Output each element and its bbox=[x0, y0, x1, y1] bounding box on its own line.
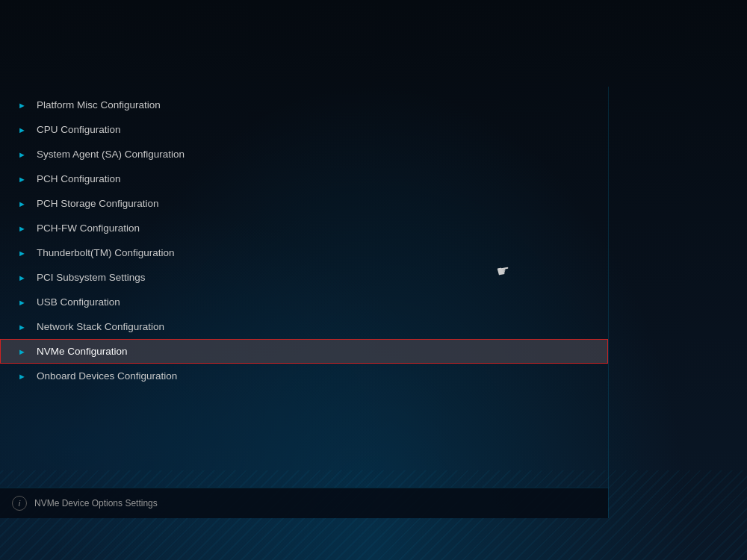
menu-label-6: Thunderbolt(TM) Configuration bbox=[37, 247, 175, 258]
menu-label-7: PCI Subsystem Settings bbox=[37, 272, 146, 283]
menu-item-network-stack[interactable]: ► Network Stack Configuration bbox=[0, 314, 608, 339]
menu-label-4: PCH Storage Configuration bbox=[37, 198, 159, 209]
menu-item-system-agent[interactable]: ► System Agent (SA) Configuration bbox=[0, 142, 608, 167]
menu-arrow-5: ► bbox=[18, 224, 26, 233]
menu-item-pch-config[interactable]: ► PCH Configuration bbox=[0, 167, 608, 191]
main-panel: ☛ ► Platform Misc Configuration ► CPU Co… bbox=[0, 87, 609, 518]
menu-scroll-area[interactable]: ► Platform Misc Configuration ► CPU Conf… bbox=[0, 87, 608, 479]
menu-item-nvme[interactable]: ► NVMe Configuration bbox=[0, 339, 608, 364]
menu-arrow-1: ► bbox=[18, 125, 26, 134]
menu-label-5: PCH-FW Configuration bbox=[37, 223, 140, 234]
menu-arrow-2: ► bbox=[18, 150, 26, 159]
menu-label-9: Network Stack Configuration bbox=[37, 321, 164, 332]
menu-item-platform-misc[interactable]: ► Platform Misc Configuration bbox=[0, 93, 608, 117]
menu-arrow-3: ► bbox=[18, 175, 26, 184]
menu-arrow-7: ► bbox=[18, 273, 26, 282]
menu-item-pci-subsystem[interactable]: ► PCI Subsystem Settings bbox=[0, 265, 608, 290]
menu-label-11: Onboard Devices Configuration bbox=[37, 370, 177, 382]
menu-label-10: NVMe Configuration bbox=[37, 346, 128, 357]
menu-label-1: CPU Configuration bbox=[37, 124, 121, 135]
menu-item-pch-storage[interactable]: ► PCH Storage Configuration bbox=[0, 191, 608, 216]
menu-label-0: Platform Misc Configuration bbox=[37, 99, 161, 111]
menu-label-2: System Agent (SA) Configuration bbox=[37, 149, 185, 160]
menu-arrow-11: ► bbox=[18, 372, 26, 381]
menu-label-8: USB Configuration bbox=[37, 296, 120, 308]
menu-arrow-0: ► bbox=[18, 101, 26, 110]
menu-label-3: PCH Configuration bbox=[37, 173, 121, 184]
info-bar: i NVMe Device Options Settings bbox=[0, 488, 608, 518]
menu-arrow-4: ► bbox=[18, 199, 26, 208]
menu-list: ► Platform Misc Configuration ► CPU Conf… bbox=[0, 87, 608, 394]
menu-arrow-6: ► bbox=[18, 249, 26, 258]
menu-item-usb-config[interactable]: ► USB Configuration bbox=[0, 290, 608, 314]
main-container: ⚜ 01/23/2021 Saturday 10:37 ⚙ UEFI BIOS … bbox=[0, 0, 747, 560]
info-icon: i bbox=[12, 496, 27, 511]
menu-arrow-9: ► bbox=[18, 323, 26, 332]
menu-item-pch-fw[interactable]: ► PCH-FW Configuration bbox=[0, 216, 608, 240]
menu-item-onboard-devices[interactable]: ► Onboard Devices Configuration bbox=[0, 364, 608, 388]
menu-item-thunderbolt[interactable]: ► Thunderbolt(TM) Configuration bbox=[0, 240, 608, 265]
info-text: NVMe Device Options Settings bbox=[34, 498, 158, 508]
menu-arrow-10: ► bbox=[18, 347, 26, 356]
menu-item-cpu-config[interactable]: ► CPU Configuration bbox=[0, 117, 608, 142]
menu-arrow-8: ► bbox=[18, 298, 26, 307]
